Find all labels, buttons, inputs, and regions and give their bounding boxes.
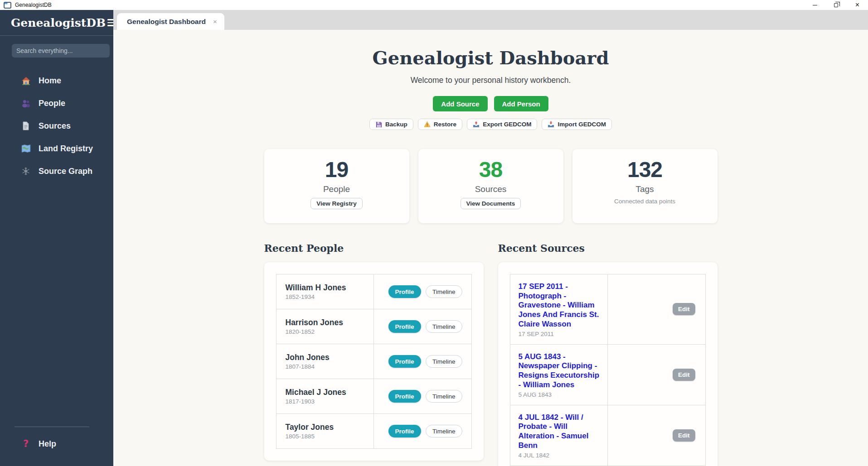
person-name: Harrison Jones — [286, 318, 365, 327]
person-row: Michael J Jones 1817-1903 Profile Timeli… — [276, 379, 471, 414]
maximize-button[interactable] — [825, 0, 847, 10]
recent-people-table: William H Jones 1852-1934 Profile Timeli… — [276, 274, 472, 449]
export-gedcom-button[interactable]: Export GEDCOM — [467, 119, 537, 130]
view-registry-button[interactable]: View Registry — [310, 198, 362, 209]
sidebar-item-source-graph[interactable]: Source Graph — [0, 160, 113, 183]
button-label: Import GEDCOM — [558, 121, 606, 128]
source-title-link[interactable]: 4 JUL 1842 - Will / Probate - Will Alter… — [519, 413, 601, 451]
profile-button[interactable]: Profile — [388, 320, 421, 333]
view-documents-button[interactable]: View Documents — [461, 198, 521, 209]
sources-stat-card: 38 Sources View Documents — [418, 149, 563, 223]
timeline-button[interactable]: Timeline — [426, 355, 462, 368]
close-button[interactable]: × — [847, 0, 868, 10]
app-icon — [4, 2, 11, 9]
tab-label: Genealogist Dashboard — [127, 18, 206, 26]
snowflake-graph-icon — [21, 166, 31, 176]
sidebar-item-label: Help — [39, 439, 56, 449]
person-name: Michael J Jones — [286, 388, 365, 397]
person-years: 1805-1885 — [286, 433, 365, 440]
sidebar-item-label: Home — [39, 76, 61, 86]
tags-stat-caption: Connected data points — [614, 198, 675, 205]
button-label: Backup — [385, 121, 407, 128]
add-person-button[interactable]: Add Person — [494, 96, 548, 111]
restore-button[interactable]: Restore — [418, 119, 462, 130]
person-name: William H Jones — [286, 283, 365, 293]
backup-button[interactable]: Backup — [369, 119, 413, 130]
sidebar-item-land-registry[interactable]: Land Registry — [0, 137, 113, 160]
profile-button[interactable]: Profile — [388, 355, 421, 368]
tab-close-icon[interactable]: × — [213, 18, 217, 25]
home-icon — [21, 76, 31, 86]
recent-people-panel: William H Jones 1852-1934 Profile Timeli… — [264, 262, 484, 461]
warning-triangle-icon — [424, 121, 431, 128]
profile-button[interactable]: Profile — [388, 425, 421, 437]
edit-button[interactable]: Edit — [673, 369, 695, 381]
person-row: John Jones 1807-1884 Profile Timeline — [276, 344, 471, 379]
profile-button[interactable]: Profile — [388, 390, 421, 403]
source-title-link[interactable]: 17 SEP 2011 - Photograph - Gravestone - … — [519, 282, 601, 329]
person-row: William H Jones 1852-1934 Profile Timeli… — [276, 274, 471, 309]
minimize-icon — [813, 5, 817, 5]
edit-button[interactable]: Edit — [673, 303, 695, 315]
export-tray-icon — [473, 121, 480, 128]
sidebar-nav: Home People Sources Land Registry — [0, 69, 113, 183]
source-date: 5 AUG 1843 — [519, 391, 601, 398]
tags-stat-label: Tags — [635, 184, 654, 194]
floppy-disk-icon — [375, 121, 382, 128]
people-icon — [21, 98, 31, 108]
tags-count: 132 — [627, 158, 662, 182]
primary-actions: Add Source Add Person — [113, 96, 868, 111]
sidebar-item-help[interactable]: ? Help — [0, 432, 113, 455]
map-icon — [21, 144, 31, 154]
page-subtitle: Welcome to your personal history workben… — [113, 76, 868, 85]
sidebar-search — [0, 36, 113, 58]
recent-people-section: Recent People William H Jones 1852-1934 — [264, 242, 484, 461]
recent-sources-section: Recent Sources 17 SEP 2011 - Photograph … — [498, 242, 718, 466]
source-row: 4 JUL 1842 - Will / Probate - Will Alter… — [510, 405, 705, 466]
minimize-button[interactable] — [804, 0, 825, 10]
sidebar-item-label: People — [39, 99, 65, 108]
recent-sources-panel: 17 SEP 2011 - Photograph - Gravestone - … — [498, 262, 718, 466]
sidebar-footer: ? Help — [0, 427, 113, 466]
source-date: 17 SEP 2011 — [519, 331, 601, 337]
import-gedcom-button[interactable]: Import GEDCOM — [542, 119, 612, 130]
people-count: 19 — [325, 158, 348, 182]
source-title-link[interactable]: 5 AUG 1843 - Newspaper Clipping - Resign… — [519, 352, 601, 390]
sidebar-item-people[interactable]: People — [0, 92, 113, 115]
person-row: Harrison Jones 1820-1852 Profile Timelin… — [276, 309, 471, 344]
document-icon — [21, 121, 31, 131]
app-brand: GenealogistDB — [11, 16, 106, 29]
timeline-button[interactable]: Timeline — [426, 320, 462, 333]
timeline-button[interactable]: Timeline — [426, 390, 462, 403]
timeline-button[interactable]: Timeline — [426, 285, 462, 298]
person-name: Taylor Jones — [286, 423, 365, 432]
recent-sources-heading: Recent Sources — [498, 242, 718, 254]
import-tray-icon — [548, 121, 554, 128]
stats-row: 19 People View Registry 38 Sources View … — [264, 149, 718, 223]
timeline-button[interactable]: Timeline — [426, 425, 462, 437]
sidebar-item-sources[interactable]: Sources — [0, 115, 113, 137]
source-date: 4 JUL 1842 — [519, 452, 601, 459]
search-input[interactable] — [12, 44, 110, 58]
people-stat-label: People — [323, 184, 350, 194]
button-label: Export GEDCOM — [483, 121, 531, 128]
add-source-button[interactable]: Add Source — [433, 96, 487, 111]
help-icon: ? — [21, 439, 31, 449]
person-years: 1817-1903 — [286, 398, 365, 405]
person-years: 1820-1852 — [286, 328, 365, 335]
person-years: 1852-1934 — [286, 293, 365, 300]
sidebar-item-home[interactable]: Home — [0, 69, 113, 92]
sidebar-item-label: Sources — [39, 121, 71, 131]
sidebar-item-label: Land Registry — [39, 144, 93, 154]
window-title: GenealogistDB — [15, 2, 52, 8]
window-controls: × — [804, 0, 868, 10]
profile-button[interactable]: Profile — [388, 285, 421, 298]
tab-genealogist-dashboard[interactable]: Genealogist Dashboard × — [117, 13, 224, 30]
recent-sources-table: 17 SEP 2011 - Photograph - Gravestone - … — [510, 274, 706, 466]
sidebar-item-label: Source Graph — [39, 167, 92, 176]
sources-count: 38 — [479, 158, 502, 182]
edit-button[interactable]: Edit — [673, 429, 695, 442]
window-titlebar: GenealogistDB × — [0, 0, 868, 10]
source-row: 17 SEP 2011 - Photograph - Gravestone - … — [510, 274, 705, 345]
close-icon: × — [855, 1, 859, 9]
